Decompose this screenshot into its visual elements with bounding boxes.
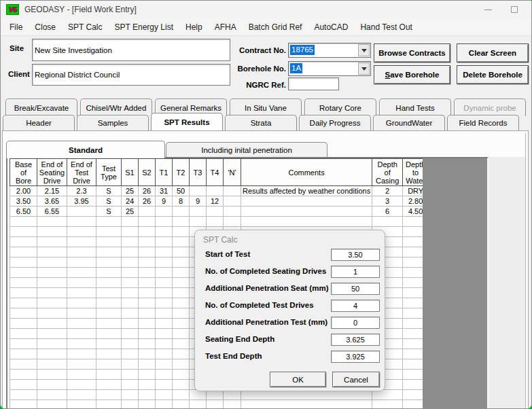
grid-cell[interactable]	[156, 390, 173, 400]
tab-break-excavate[interactable]: Break/Excavate	[5, 99, 77, 116]
grid-cell[interactable]	[96, 237, 122, 247]
grid-cell[interactable]	[37, 308, 67, 319]
grid-cell[interactable]	[96, 298, 122, 308]
menu-item-close[interactable]: Close	[29, 18, 62, 36]
grid-cell[interactable]: 31	[156, 186, 173, 196]
subtab-standard[interactable]: Standard	[6, 141, 165, 158]
minimize-icon[interactable]	[484, 10, 492, 10]
grid-cell[interactable]	[67, 339, 96, 349]
grid-cell[interactable]	[156, 349, 173, 359]
grid-cell[interactable]	[10, 390, 37, 400]
clear-screen-button[interactable]: Clear Screen	[457, 43, 529, 63]
grid-cell[interactable]	[241, 207, 372, 217]
grid-cell[interactable]	[139, 227, 156, 237]
grid-cell[interactable]	[10, 370, 37, 380]
grid-cell[interactable]	[190, 217, 207, 227]
grid-cell[interactable]	[67, 359, 96, 370]
grid-cell[interactable]: 12	[207, 196, 224, 207]
grid-cell[interactable]	[156, 217, 173, 227]
ngrc-ref-input[interactable]	[288, 77, 339, 90]
tab-chisel-wtr-added[interactable]: Chisel/Wtr Added	[80, 99, 152, 116]
grid-cell[interactable]	[67, 247, 96, 257]
grid-cell[interactable]	[156, 308, 173, 319]
grid-cell[interactable]	[139, 400, 156, 409]
grid-cell[interactable]	[96, 308, 122, 319]
grid-cell[interactable]	[156, 339, 173, 349]
grid-cell[interactable]	[173, 247, 190, 257]
grid-cell[interactable]	[122, 319, 139, 329]
grid-cell[interactable]	[224, 400, 241, 409]
grid-cell[interactable]	[10, 380, 37, 390]
grid-cell[interactable]	[10, 278, 37, 288]
save-borehole-button[interactable]: Save Borehole	[374, 65, 450, 84]
grid-cell[interactable]	[122, 227, 139, 237]
grid-cell[interactable]	[37, 370, 67, 380]
tab-rotary-core[interactable]: Rotary Core	[304, 99, 376, 116]
grid-cell[interactable]: 24	[122, 196, 139, 207]
grid-cell[interactable]	[173, 308, 190, 319]
grid-cell[interactable]	[122, 217, 139, 227]
grid-cell[interactable]	[67, 400, 96, 409]
grid-cell[interactable]	[122, 308, 139, 319]
grid-cell[interactable]	[37, 298, 67, 308]
grid-cell[interactable]	[139, 349, 156, 359]
grid-cell[interactable]	[122, 268, 139, 278]
grid-cell[interactable]	[67, 217, 96, 227]
grid-cell[interactable]	[156, 207, 173, 217]
grid-cell[interactable]: S	[96, 196, 122, 207]
grid-cell[interactable]	[241, 196, 372, 207]
grid-cell[interactable]	[37, 288, 67, 298]
grid-cell[interactable]: 3	[372, 196, 403, 207]
subtab-including-inital-penetration[interactable]: Including inital penetration	[166, 142, 327, 157]
grid-cell[interactable]	[156, 329, 173, 339]
grid-cell[interactable]	[67, 329, 96, 339]
grid-cell[interactable]	[173, 349, 190, 359]
grid-cell[interactable]: 2.3	[67, 186, 96, 196]
grid-cell[interactable]	[173, 237, 190, 247]
grid-cell[interactable]	[156, 247, 173, 257]
grid-cell[interactable]	[122, 390, 139, 400]
grid-cell[interactable]	[10, 339, 37, 349]
grid-cell[interactable]	[96, 400, 122, 409]
grid-cell[interactable]	[37, 257, 67, 268]
grid-cell[interactable]	[96, 370, 122, 380]
grid-cell[interactable]: Results affected by weather conditions	[241, 186, 372, 196]
grid-cell[interactable]	[173, 288, 190, 298]
grid-cell[interactable]	[372, 217, 403, 227]
grid-cell[interactable]: 25	[122, 207, 139, 217]
dialog-field-input-test-end-depth[interactable]	[331, 351, 380, 363]
grid-cell[interactable]	[173, 329, 190, 339]
grid-cell[interactable]: 3.95	[67, 196, 96, 207]
menu-item-help[interactable]: Help	[179, 18, 209, 36]
grid-cell[interactable]	[156, 359, 173, 370]
client-input[interactable]	[32, 64, 230, 86]
grid-cell[interactable]: 2	[372, 186, 403, 196]
grid-cell[interactable]	[67, 257, 96, 268]
grid-cell[interactable]	[37, 400, 67, 409]
grid-cell[interactable]	[139, 359, 156, 370]
grid-cell[interactable]	[122, 359, 139, 370]
dialog-field-input-additional-penetration-test-mm[interactable]	[331, 317, 380, 329]
grid-cell[interactable]	[207, 207, 224, 217]
grid-cell[interactable]	[156, 319, 173, 329]
grid-cell[interactable]	[122, 288, 139, 298]
grid-cell[interactable]: S	[96, 186, 122, 196]
menu-item-hand-test-out[interactable]: Hand Test Out	[354, 18, 419, 36]
grid-cell[interactable]	[67, 227, 96, 237]
grid-cell[interactable]	[67, 380, 96, 390]
borehole-no-combobox[interactable]: 1A	[288, 61, 371, 76]
grid-cell[interactable]	[139, 278, 156, 288]
tab-strata[interactable]: Strata	[225, 115, 297, 130]
grid-cell[interactable]	[37, 217, 67, 227]
grid-cell[interactable]	[241, 217, 372, 227]
grid-cell[interactable]	[139, 298, 156, 308]
grid-cell[interactable]	[122, 400, 139, 409]
grid-cell[interactable]	[96, 257, 122, 268]
grid-cell[interactable]	[37, 349, 67, 359]
grid-cell[interactable]: 26	[139, 196, 156, 207]
grid-cell[interactable]	[96, 278, 122, 288]
grid-cell[interactable]: 2.15	[37, 186, 67, 196]
dialog-field-input-seating-end-depth[interactable]	[331, 334, 380, 346]
chevron-down-icon[interactable]	[358, 63, 370, 75]
grid-cell[interactable]	[10, 268, 37, 278]
